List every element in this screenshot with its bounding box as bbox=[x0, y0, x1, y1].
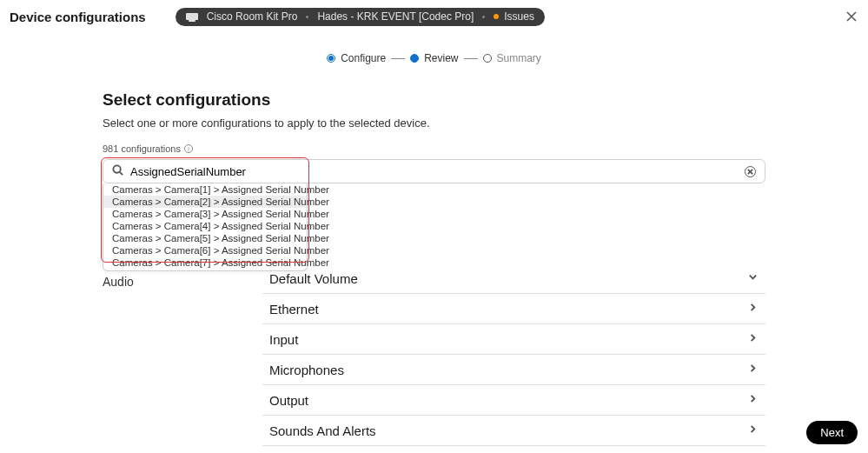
suggestion-item[interactable]: Cameras > Camera[6] > Assigned Serial Nu… bbox=[103, 244, 307, 256]
count-text: 981 configurations bbox=[103, 143, 181, 154]
page-title: Device configurations bbox=[10, 10, 146, 24]
device-icon bbox=[186, 13, 198, 20]
category-panel: Audio Default Volume Ethernet Input bbox=[103, 270, 765, 453]
accordion-label: Output bbox=[269, 393, 308, 408]
chevron-right-icon bbox=[747, 301, 759, 316]
device-pill: Cisco Room Kit Pro Hades - KRK EVENT [Co… bbox=[176, 8, 545, 26]
step-circle-icon bbox=[327, 54, 335, 63]
search-input[interactable] bbox=[130, 165, 745, 178]
section-title: Select configurations bbox=[103, 90, 765, 110]
step-review: Review bbox=[410, 52, 458, 64]
suggestion-item[interactable]: Cameras > Camera[7] > Assigned Serial Nu… bbox=[103, 256, 307, 270]
category-sidebar: Audio bbox=[103, 270, 262, 453]
accordion-row-output[interactable]: Output bbox=[262, 385, 765, 416]
chevron-right-icon bbox=[747, 392, 759, 408]
next-button[interactable]: Next bbox=[806, 421, 858, 444]
step-circle-icon bbox=[483, 54, 492, 63]
status-dot-icon bbox=[494, 14, 499, 19]
config-count: 981 configurations i bbox=[103, 143, 765, 154]
suggestion-item[interactable]: Cameras > Camera[5] > Assigned Serial Nu… bbox=[103, 232, 307, 244]
suggestion-item[interactable]: Cameras > Camera[2] > Assigned Serial Nu… bbox=[103, 196, 307, 208]
close-icon bbox=[747, 169, 753, 175]
accordion-row-ultrasound[interactable]: Ultrasound Max Volume bbox=[262, 446, 765, 453]
stepper: Configure Review Summary bbox=[0, 52, 868, 64]
sidebar-item-audio[interactable]: Audio bbox=[103, 274, 262, 290]
accordion-row-input[interactable]: Input bbox=[262, 324, 765, 355]
accordion-row-sounds-alerts[interactable]: Sounds And Alerts bbox=[262, 416, 765, 446]
section-subtitle: Select one or more configurations to app… bbox=[103, 117, 765, 130]
header: Device configurations Cisco Room Kit Pro… bbox=[0, 0, 868, 33]
accordion-label: Microphones bbox=[269, 363, 344, 377]
clear-search-button[interactable] bbox=[745, 166, 756, 177]
separator-dot bbox=[306, 16, 308, 18]
step-configure: Configure bbox=[327, 52, 386, 64]
main-content: Select configurations Select one or more… bbox=[0, 90, 868, 453]
step-label: Review bbox=[424, 52, 458, 64]
step-label: Configure bbox=[341, 52, 386, 64]
step-line bbox=[391, 58, 405, 59]
chevron-right-icon bbox=[747, 362, 759, 377]
accordion: Default Volume Ethernet Input Microphone… bbox=[262, 270, 765, 453]
accordion-label: Default Volume bbox=[269, 271, 358, 286]
accordion-row-default-volume[interactable]: Default Volume bbox=[262, 270, 765, 294]
accordion-row-microphones[interactable]: Microphones bbox=[262, 355, 765, 385]
step-line bbox=[464, 58, 478, 59]
suggestion-item[interactable]: Cameras > Camera[3] > Assigned Serial Nu… bbox=[103, 208, 307, 220]
chevron-right-icon bbox=[747, 423, 759, 438]
separator-dot bbox=[482, 16, 485, 18]
autocomplete-dropdown: Cameras > Camera[1] > Assigned Serial Nu… bbox=[103, 183, 308, 271]
accordion-label: Ethernet bbox=[269, 302, 319, 316]
device-model: Cisco Room Kit Pro bbox=[207, 10, 298, 23]
suggestion-item[interactable]: Cameras > Camera[1] > Assigned Serial Nu… bbox=[103, 183, 307, 196]
accordion-label: Sounds And Alerts bbox=[269, 423, 376, 438]
search-box bbox=[103, 159, 765, 183]
close-button[interactable] bbox=[844, 9, 859, 24]
step-circle-icon bbox=[410, 54, 419, 63]
step-summary: Summary bbox=[483, 52, 541, 64]
svg-point-0 bbox=[113, 165, 120, 172]
accordion-row-ethernet[interactable]: Ethernet bbox=[262, 294, 765, 324]
search-wrapper: Cameras > Camera[1] > Assigned Serial Nu… bbox=[103, 159, 765, 183]
step-label: Summary bbox=[497, 52, 541, 64]
device-name: Hades - KRK EVENT [Codec Pro] bbox=[317, 10, 474, 23]
info-icon[interactable]: i bbox=[184, 144, 193, 153]
status-text: Issues bbox=[504, 10, 534, 23]
close-icon bbox=[844, 9, 859, 24]
search-icon bbox=[112, 163, 123, 179]
chevron-down-icon bbox=[747, 270, 759, 286]
accordion-label: Input bbox=[269, 332, 298, 347]
chevron-right-icon bbox=[747, 331, 759, 347]
suggestion-item[interactable]: Cameras > Camera[4] > Assigned Serial Nu… bbox=[103, 220, 307, 232]
